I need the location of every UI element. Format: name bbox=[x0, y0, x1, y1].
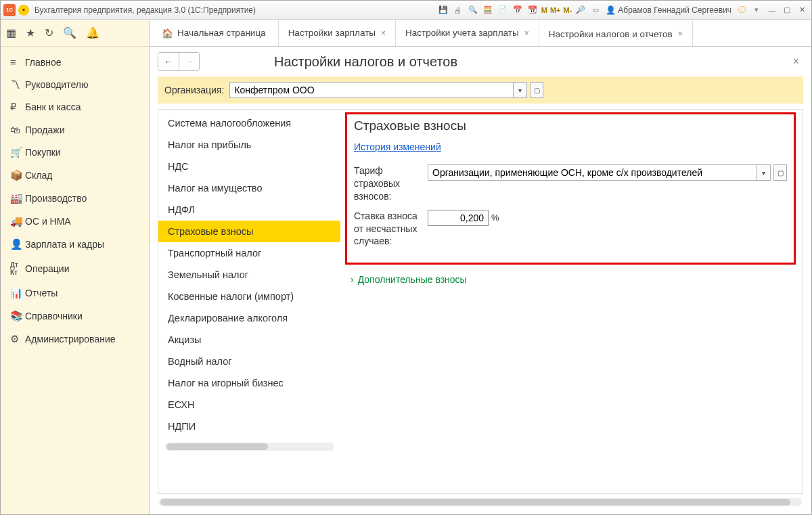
print-icon[interactable]: 🖨 bbox=[452, 4, 464, 16]
maximize-button[interactable]: ▢ bbox=[780, 5, 794, 16]
nav-label: Склад bbox=[25, 170, 53, 181]
nav-main[interactable]: ≡Главное bbox=[1, 51, 149, 73]
nav-reports[interactable]: 📊Отчеты bbox=[1, 282, 149, 305]
settings-list-item[interactable]: Налог на имущество bbox=[158, 177, 340, 199]
settings-list-item[interactable]: НДФЛ bbox=[158, 199, 340, 221]
list-scrollbar[interactable] bbox=[165, 443, 334, 451]
settings-detail: Страховые взносы История изменений Тариф… bbox=[341, 110, 803, 493]
memory-mminus-button[interactable]: M- bbox=[562, 6, 573, 14]
save-icon[interactable]: 💾 bbox=[437, 4, 449, 16]
close-button[interactable]: ✕ bbox=[795, 5, 809, 16]
tariff-open-button[interactable]: ▢ bbox=[773, 164, 787, 181]
tab-salary-accounting[interactable]: Настройки учета зарплаты × bbox=[396, 20, 539, 46]
date-icon[interactable]: 📆 bbox=[526, 4, 539, 16]
settings-list-item[interactable]: Декларирование алкоголя bbox=[158, 307, 340, 329]
settings-list-item[interactable]: НДПИ bbox=[158, 416, 340, 437]
memory-m-button[interactable]: M bbox=[540, 6, 549, 14]
page-scrollbar[interactable] bbox=[159, 498, 802, 506]
nav-assets[interactable]: 🚚ОС и НМА bbox=[1, 210, 149, 233]
back-button[interactable]: ← bbox=[158, 53, 179, 70]
person-icon: 👤 bbox=[10, 238, 25, 250]
search-icon[interactable]: 🔍 bbox=[63, 26, 76, 39]
nav-purchases[interactable]: 🛒Покупки bbox=[1, 141, 149, 164]
tariff-label: Тариф страховых взносов: bbox=[354, 164, 418, 203]
nav-label: Справочники bbox=[25, 311, 83, 321]
additional-contributions-expander[interactable]: › Дополнительные взносы bbox=[345, 271, 796, 285]
calc-icon[interactable]: 🧮 bbox=[482, 4, 494, 16]
settings-list-item[interactable]: Налог на игорный бизнес bbox=[158, 372, 340, 394]
rate-input[interactable] bbox=[428, 210, 489, 226]
settings-list-item[interactable]: Косвенные налоги (импорт) bbox=[158, 286, 340, 307]
nav-arrows: ← → bbox=[158, 52, 200, 71]
app-title: Бухгалтерия предприятия, редакция 3.0 (1… bbox=[35, 5, 256, 15]
gear-icon: ⚙ bbox=[10, 333, 25, 345]
settings-list-item[interactable]: Страховые взносы bbox=[158, 221, 340, 242]
org-input[interactable] bbox=[229, 82, 514, 98]
tab-bar: 🏠 Начальная страница Настройки зарплаты … bbox=[150, 20, 811, 47]
box-icon: 📦 bbox=[10, 169, 25, 181]
page-close-button[interactable]: × bbox=[789, 55, 803, 68]
nav-salary[interactable]: 👤Зарплата и кадры bbox=[1, 233, 149, 256]
org-dropdown-button[interactable]: ▾ bbox=[514, 82, 527, 98]
settings-list-item[interactable]: Налог на прибыль bbox=[158, 134, 340, 156]
expander-label: Дополнительные взносы bbox=[358, 274, 467, 285]
tab-home[interactable]: 🏠 Начальная страница bbox=[150, 20, 279, 46]
tab-salary-settings[interactable]: Настройки зарплаты × bbox=[279, 20, 396, 46]
nav-operations[interactable]: ДтКтОперации bbox=[1, 256, 149, 282]
settings-list-item[interactable]: Водный налог bbox=[158, 351, 340, 372]
favorites-icon[interactable]: ★ bbox=[26, 26, 35, 39]
nav-list: ≡Главное 〽Руководителю ₽Банк и касса 🛍Пр… bbox=[1, 47, 149, 514]
preview-icon[interactable]: 🔍 bbox=[467, 4, 479, 16]
cart-icon: 🛒 bbox=[10, 146, 25, 158]
settings-list-item[interactable]: ЕСХН bbox=[158, 394, 340, 416]
title-bar: 1C ▾ Бухгалтерия предприятия, редакция 3… bbox=[1, 1, 811, 20]
nav-label: Отчеты bbox=[25, 288, 58, 298]
user-indicator[interactable]: 👤 Абрамов Геннадий Сергеевич bbox=[603, 5, 734, 15]
sidebar-toolbar: ▦ ★ ↻ 🔍 🔔 bbox=[1, 20, 149, 47]
nav-sales[interactable]: 🛍Продажи bbox=[1, 118, 149, 141]
tab-tax-settings[interactable]: Настройки налогов и отчетов × bbox=[539, 20, 693, 46]
nav-label: Банк и касса bbox=[25, 102, 81, 112]
history-link[interactable]: История изменений bbox=[354, 141, 441, 152]
settings-list-item[interactable]: Земельный налог bbox=[158, 264, 340, 286]
doc-icon[interactable]: 📄 bbox=[497, 4, 509, 16]
org-label: Организация: bbox=[164, 85, 224, 95]
books-icon: 📚 bbox=[10, 310, 25, 322]
tab-close-icon[interactable]: × bbox=[381, 28, 386, 38]
nav-warehouse[interactable]: 📦Склад bbox=[1, 164, 149, 187]
bars-icon: 📊 bbox=[10, 287, 25, 299]
minimize-button[interactable]: — bbox=[765, 5, 779, 16]
tariff-dropdown-button[interactable]: ▾ bbox=[757, 164, 771, 181]
tab-close-icon[interactable]: × bbox=[524, 28, 529, 38]
zoom-icon[interactable]: 🔎 bbox=[574, 4, 587, 16]
settings-list-item[interactable]: НДС bbox=[158, 156, 340, 177]
tab-label: Настройки налогов и отчетов bbox=[549, 29, 673, 39]
page-title: Настройки налогов и отчетов bbox=[206, 54, 782, 70]
org-open-button[interactable]: ▢ bbox=[530, 82, 543, 98]
home-icon: 🏠 bbox=[162, 28, 173, 39]
nav-catalogs[interactable]: 📚Справочники bbox=[1, 305, 149, 328]
nav-label: Продажи bbox=[25, 125, 64, 135]
user-name: Абрамов Геннадий Сергеевич bbox=[618, 5, 731, 15]
nav-bank[interactable]: ₽Банк и касса bbox=[1, 95, 149, 118]
calendar-icon[interactable]: 📅 bbox=[512, 4, 524, 16]
tab-close-icon[interactable]: × bbox=[678, 29, 683, 39]
nav-label: Производство bbox=[25, 193, 87, 204]
forward-button[interactable]: → bbox=[179, 53, 199, 70]
tariff-input[interactable] bbox=[428, 164, 757, 181]
nav-manager[interactable]: 〽Руководителю bbox=[1, 73, 149, 95]
nav-admin[interactable]: ⚙Администрирование bbox=[1, 328, 149, 351]
section-title: Страховые взносы bbox=[354, 118, 787, 133]
notifications-icon[interactable]: 🔔 bbox=[86, 26, 99, 39]
apps-icon[interactable]: ▦ bbox=[6, 26, 16, 39]
app-menu-button[interactable]: ▾ bbox=[18, 5, 29, 16]
window-icon[interactable]: ▭ bbox=[589, 4, 602, 16]
nav-production[interactable]: 🏭Производство bbox=[1, 187, 149, 210]
history-icon[interactable]: ↻ bbox=[45, 26, 53, 39]
memory-mplus-button[interactable]: M+ bbox=[549, 6, 562, 14]
info-icon[interactable]: ⓘ bbox=[736, 4, 748, 16]
settings-list-item[interactable]: Акцизы bbox=[158, 329, 340, 351]
settings-list-item[interactable]: Транспортный налог bbox=[158, 242, 340, 264]
settings-list-item[interactable]: Система налогообложения bbox=[158, 112, 340, 134]
dropdown-icon[interactable]: ▾ bbox=[750, 4, 763, 16]
